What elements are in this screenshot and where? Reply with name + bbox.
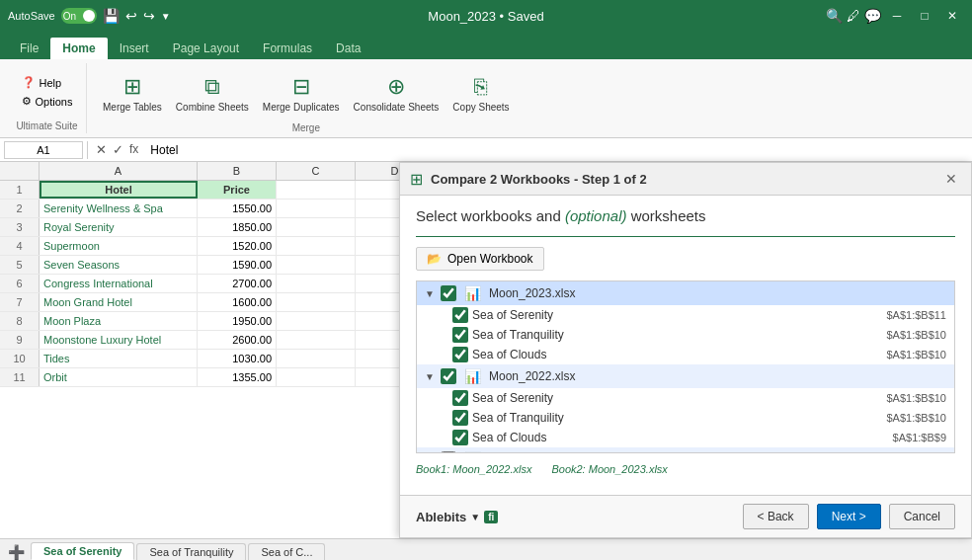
copy-sheets-button[interactable]: ⎘ Copy Sheets (446, 65, 515, 120)
row-num: 11 (0, 368, 40, 386)
save-icon[interactable]: 💾 (103, 8, 120, 24)
sheet-row-wb1-2[interactable]: Sea of Tranquility $A$1:$B$10 (417, 325, 954, 345)
wb2-checkbox[interactable] (441, 368, 456, 384)
cell-a8[interactable]: Moon Plaza (40, 312, 198, 330)
cell-b5[interactable]: 1590.00 (198, 256, 277, 274)
row-num: 4 (0, 237, 40, 255)
cell-b8[interactable]: 1950.00 (198, 312, 277, 330)
close-button[interactable]: ✕ (940, 4, 964, 28)
cell-b1[interactable]: Price (198, 181, 277, 199)
open-workbook-button[interactable]: 📂 Open Workbook (416, 247, 544, 271)
wb1-sheet3-checkbox[interactable] (452, 347, 468, 362)
cell-c5[interactable] (277, 256, 356, 274)
wb1-sheet2-checkbox[interactable] (452, 327, 468, 343)
tab-insert[interactable]: Insert (108, 38, 161, 59)
wb2-sheet2-checkbox[interactable] (452, 410, 468, 426)
back-button[interactable]: < Back (743, 504, 809, 529)
ablebits-dropdown-icon[interactable]: ▼ (470, 512, 480, 522)
cell-c8[interactable] (277, 312, 356, 330)
cell-b3[interactable]: 1850.00 (198, 218, 277, 236)
sheet-row-wb2-1[interactable]: Sea of Serenity $A$1:$B$10 (417, 388, 954, 408)
cell-b6[interactable]: 2700.00 (198, 275, 277, 292)
help-button[interactable]: ❓ Help (18, 74, 77, 91)
sheet-row-wb2-2[interactable]: Sea of Tranquility $A$1:$B$10 (417, 408, 954, 428)
workbook-item-moon-2021[interactable]: ▼ 📊 Moon_2021.xlsx (417, 447, 954, 453)
wb3-checkbox[interactable] (441, 451, 456, 453)
cell-b2[interactable]: 1550.00 (198, 200, 277, 217)
cell-c1[interactable] (277, 181, 356, 199)
confirm-formula-icon[interactable]: ✓ (113, 142, 123, 157)
cell-b10[interactable]: 1030.00 (198, 350, 277, 367)
undo-icon[interactable]: ↩ (125, 8, 137, 24)
wb2-sheet3-range: $A$1:$B$9 (893, 432, 946, 443)
cell-b11[interactable]: 1355.00 (198, 368, 277, 386)
sheet-row-wb1-3[interactable]: Sea of Clouds $A$1:$B$10 (417, 345, 954, 364)
cell-b9[interactable]: 2600.00 (198, 331, 277, 349)
cell-c3[interactable] (277, 218, 356, 236)
sheet-tab-sea-of-clouds[interactable]: Sea of C... (248, 543, 325, 560)
cell-c4[interactable] (277, 237, 356, 255)
wb2-sheet2-name: Sea of Tranquility (472, 411, 886, 425)
wb1-checkbox[interactable] (441, 285, 456, 301)
row-num-1: 1 (0, 181, 40, 199)
expand-wb2-icon[interactable]: ▼ (425, 371, 437, 382)
merge-duplicates-button[interactable]: ⊟ Merge Duplicates (257, 65, 346, 120)
add-sheet-icon[interactable]: ➕ (4, 544, 29, 560)
cell-c9[interactable] (277, 331, 356, 349)
consolidate-sheets-button[interactable]: ⊕ Consolidate Sheets (348, 65, 446, 120)
workbook-item-moon-2023[interactable]: ▼ 📊 Moon_2023.xlsx (417, 281, 954, 305)
dialog-close-button[interactable]: ✕ (941, 169, 961, 189)
merge-tables-button[interactable]: ⊞ Merge Tables (97, 65, 168, 120)
cell-c6[interactable] (277, 275, 356, 292)
formula-input[interactable] (146, 143, 968, 157)
sheet-tab-sea-of-serenity[interactable]: Sea of Serenity (31, 542, 134, 560)
minimize-button[interactable]: ─ (885, 4, 909, 28)
wb2-sheet1-checkbox[interactable] (452, 390, 468, 406)
dialog-body: Select workbooks and (optional) workshee… (400, 196, 971, 495)
expand-wb1-icon[interactable]: ▼ (425, 288, 437, 299)
workbook-list[interactable]: ▼ 📊 Moon_2023.xlsx Sea of Serenity $A$1:… (416, 280, 955, 453)
tab-file[interactable]: File (8, 38, 50, 59)
cell-a9[interactable]: Moonstone Luxury Hotel (40, 331, 198, 349)
cell-a6[interactable]: Congress International (40, 275, 198, 292)
cell-b4[interactable]: 1520.00 (198, 237, 277, 255)
dropdown-icon[interactable]: ▼ (161, 11, 171, 22)
autosave-toggle[interactable]: On (61, 8, 97, 24)
cell-a3[interactable]: Royal Serenity (40, 218, 198, 236)
insert-function-icon[interactable]: fx (129, 142, 138, 157)
cancel-formula-icon[interactable]: ✕ (96, 142, 107, 157)
options-button[interactable]: ⚙ Options (18, 93, 77, 110)
sheet-row-wb1-1[interactable]: Sea of Serenity $A$1:$B$11 (417, 305, 954, 325)
cell-reference-input[interactable] (4, 141, 83, 159)
maximize-button[interactable]: □ (913, 4, 936, 28)
cell-a1[interactable]: Hotel (40, 181, 198, 199)
tab-data[interactable]: Data (324, 38, 372, 59)
cell-a11[interactable]: Orbit (40, 368, 198, 386)
cell-c10[interactable] (277, 350, 356, 367)
cancel-button[interactable]: Cancel (889, 504, 955, 529)
wb1-sheet1-checkbox[interactable] (452, 307, 468, 323)
cell-a10[interactable]: Tides (40, 350, 198, 367)
sheet-row-wb2-3[interactable]: Sea of Clouds $A$1:$B$9 (417, 428, 954, 447)
tab-formulas[interactable]: Formulas (251, 38, 324, 59)
search-icon[interactable]: 🔍 (826, 8, 843, 24)
combine-sheets-button[interactable]: ⧉ Combine Sheets (170, 65, 255, 120)
comments-icon[interactable]: 💬 (864, 8, 881, 24)
redo-icon[interactable]: ↪ (143, 8, 155, 24)
cell-a4[interactable]: Supermoon (40, 237, 198, 255)
cell-b7[interactable]: 1600.00 (198, 293, 277, 311)
cell-c11[interactable] (277, 368, 356, 386)
next-button[interactable]: Next > (817, 504, 881, 529)
tab-home[interactable]: Home (50, 38, 107, 59)
cell-a7[interactable]: Moon Grand Hotel (40, 293, 198, 311)
tab-page-layout[interactable]: Page Layout (161, 38, 251, 59)
cell-a2[interactable]: Serenity Wellness & Spa (40, 200, 198, 217)
sheet-tab-sea-of-tranquility[interactable]: Sea of Tranquility (136, 543, 246, 560)
cell-c2[interactable] (277, 200, 356, 217)
cell-a5[interactable]: Seven Seasons (40, 256, 198, 274)
merge-buttons: ⊞ Merge Tables ⧉ Combine Sheets ⊟ Merge … (97, 65, 516, 120)
cell-c7[interactable] (277, 293, 356, 311)
workbook-item-moon-2022[interactable]: ▼ 📊 Moon_2022.xlsx (417, 364, 954, 388)
ribbon-display-icon[interactable]: 🖊 (847, 8, 860, 24)
wb2-sheet3-checkbox[interactable] (452, 430, 468, 445)
